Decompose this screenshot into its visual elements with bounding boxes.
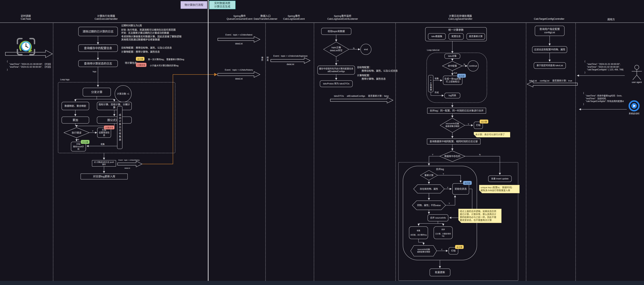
loglist-box: log列表 bbox=[444, 93, 460, 98]
step-push-success-logs: 对 计算成功的日志 push事件 bbox=[92, 160, 116, 167]
step-filter-attrs: 过滤出这些配置中的物、属性 bbox=[532, 46, 567, 53]
merge-srcinfo-box: 合并 sourceInfo bbox=[428, 214, 448, 221]
loop-tskvlist-label: Loop tskvList bbox=[427, 49, 439, 52]
badge-unmatched-2: 未匹配 bbox=[463, 181, 472, 185]
discard-logs-box: 丢弃 已计算、计算异常的log bbox=[434, 226, 452, 239]
event-latest-datalist: dataList bbox=[216, 42, 262, 45]
header-saveevent-en: CalcLogSaveEvent bbox=[267, 18, 321, 20]
exec-error-yes: Y bbox=[92, 130, 94, 132]
play-icon bbox=[629, 101, 639, 111]
legend-realtime-log: 实时数据消费 计算日志生成 bbox=[209, 1, 236, 9]
new-attr-yes: Y bbox=[447, 186, 448, 189]
header-exec-zh: 计算执行处理器 bbox=[79, 14, 133, 18]
step-data-mapping: 数据映射、聚合映射 bbox=[62, 102, 89, 110]
step-metric-calc: 指标计算、高级计算、分摊计算 bbox=[97, 102, 132, 110]
lifeline-1 bbox=[53, 23, 53, 281]
form-label: 形成 bbox=[435, 91, 439, 94]
tskv-object-box: tskv对象 bbox=[444, 54, 460, 59]
note-bad: 坏处: 无法重新计算过期的已计算成功的数据 bbox=[121, 31, 169, 35]
push-event-label: Event：topic = v1/tskv/history bbox=[118, 159, 140, 161]
collect-label: 收集 bbox=[101, 143, 105, 146]
user-agent-icon bbox=[632, 65, 642, 80]
note-target-config: 目标物配置：携带目标物、属性，以及公式信息 bbox=[121, 46, 172, 49]
new-attr-hex-label: 存在新的物、属性 bbox=[414, 188, 444, 190]
success-log-collector: 成功计算日志收集器 bbox=[117, 106, 122, 149]
calc-error-desc: 小于最大可计算次数的异常log bbox=[150, 64, 178, 67]
query-db-box: 查询数据库中相同配置、相同时刻的日志记录 bbox=[427, 139, 480, 144]
user-agent-label: user agent bbox=[628, 81, 644, 84]
controller-pass-label: tskvList configList 是否重新计算：true bbox=[527, 79, 574, 82]
lifeline-3 bbox=[314, 23, 314, 281]
badge-unmatched: 未匹配 bbox=[457, 74, 466, 78]
exec-error-diamond-label: 执行错误 bbox=[66, 131, 87, 134]
header-saveevent-zh: Spring事件 bbox=[267, 14, 321, 18]
event-save-label: Event：topic = v1/tskv/calc/log/save bbox=[268, 55, 313, 58]
mergelog-title: 合并log bbox=[403, 168, 477, 171]
event-history-datalist: dataList bbox=[216, 78, 262, 80]
init-state-box: 初始化状态 bbox=[452, 183, 469, 195]
unified-params-title: 统一计算参数 bbox=[425, 29, 487, 32]
badge-calculated: 已计算 bbox=[81, 140, 90, 144]
note-pending-includes: 待计算包含: bbox=[125, 61, 138, 65]
note-calc-config: 计算物配置：携带计算物、属性信息 bbox=[121, 50, 160, 53]
listener-pass-label: tskvDTOs allEnabledConfigs 是否重新计算：false bbox=[329, 95, 394, 98]
badge-calc-error: 计算异常 bbox=[136, 63, 146, 67]
header-controller: CalcTargetConfigController bbox=[522, 18, 576, 20]
handler-collect-label: 收集 bbox=[435, 77, 439, 80]
exist-no: N bbox=[479, 153, 480, 156]
caller-request-json: { "startTime": "2024-01-01 00:00:00", "e… bbox=[584, 60, 624, 74]
caller-startup-json: { "startTime": 系统中最新log时间 - 5min, "endTi… bbox=[583, 92, 624, 106]
step-update-all-logs: 对全部log更新入库 bbox=[80, 173, 128, 179]
topic-check-no: N bbox=[353, 47, 354, 50]
header-handler-zh: 计算日志存储处理器 bbox=[434, 14, 487, 18]
step-get-enabled-configs: 缓存中获取所有开启计算的配置信息 allEnabledConfigs bbox=[318, 66, 355, 75]
push-datalist-label: dataList bbox=[124, 167, 130, 169]
merge-log-box: 合并log：同一配置、同一时刻的日志对象进行合并 bbox=[427, 108, 486, 114]
batch-update-box: 批量更新 bbox=[430, 268, 450, 276]
loop-logs-label: Loop logs bbox=[60, 78, 70, 81]
end-circle-label: end bbox=[360, 48, 371, 51]
exist-diamond-label: 数据库中存在的 bbox=[440, 155, 464, 158]
event-history-label: Event：topic = v1/tskv/history bbox=[216, 69, 262, 71]
header-calctask-en: CalcTask bbox=[0, 18, 52, 20]
header-caller: 调用方 bbox=[584, 18, 638, 21]
step-query-tskvlist: 基于指定时间查询 tskvList bbox=[534, 62, 566, 69]
hit-config-no: N bbox=[464, 63, 465, 66]
badge-uncalc-2: 未计算 bbox=[455, 245, 464, 249]
forward-label-1: 事件 bbox=[260, 57, 264, 61]
badge-calc-error-2: 计算异常 bbox=[104, 125, 114, 129]
continue-circle-label: continue bbox=[466, 65, 480, 67]
recalc-diamond-label: 重新计算 bbox=[421, 174, 437, 177]
note-uncalc-meaning: 未计算：表示可以进行计算了 bbox=[474, 132, 510, 137]
header-separator bbox=[0, 23, 644, 23]
listener-note-target-2: 携带目标物、属性，以及公式信息 bbox=[362, 69, 398, 72]
param-config-info: 配置信息 bbox=[448, 33, 464, 40]
section-divider bbox=[208, 0, 208, 281]
topic-check-yes: Y bbox=[337, 60, 338, 62]
uncalculated-desc: 第一次计算的log， 需要重新计算的log bbox=[148, 58, 184, 61]
lifeline-4 bbox=[396, 23, 396, 281]
note-unique-key: unique key (配置id， 数据时间) 避免多JVM运行导致重复入库 bbox=[479, 185, 520, 193]
badge-uncalculated: 未计算 bbox=[136, 57, 144, 61]
calc-count-label: 计算次数 +1 bbox=[114, 92, 132, 95]
step-accumulate: 累加 bbox=[62, 117, 89, 124]
param-tskv-dataset: tskv数据集 bbox=[428, 33, 446, 40]
lifeline-6 bbox=[576, 23, 576, 281]
srcinfo2-yes: Y bbox=[441, 248, 442, 251]
note-other: 其他情况就通过数据维护去修复数据 bbox=[121, 38, 160, 41]
logs-label: logs bbox=[88, 70, 96, 73]
badge-uncalc-1: 未计算 bbox=[480, 120, 488, 124]
exist-yes: Y bbox=[432, 153, 433, 156]
header-handler-en: CalcLogSaveHandler bbox=[434, 18, 487, 20]
listener-note-calc-2: 携带计算物、属性信息 bbox=[362, 77, 386, 80]
topic-check-diamond-label: topic正确 dataList非空 bbox=[324, 46, 348, 52]
param-recalc-flag: 是否重新计算 bbox=[466, 33, 485, 40]
step-query-pending-logs: 查询待计算状态的日志 bbox=[78, 60, 118, 67]
recalc-yes: Y bbox=[443, 173, 444, 175]
srcinfo2-hex-label: sourceInfo完备 或者是聚合映射 bbox=[410, 248, 437, 253]
hit-config-true: true bbox=[454, 72, 457, 74]
note-merge-logic: 经过上面的合并逻辑，如果状态仍然 是已计算、计算异常，那么其再次计 算的结果也必… bbox=[458, 209, 502, 223]
srcinfo-diamond-label: sourceInfo完备 或者是聚合映射 bbox=[440, 122, 465, 127]
note-expire: 过期时间默认为1周 bbox=[121, 24, 142, 27]
collect-logs-box: 收集 未匹配、未计算的log bbox=[409, 226, 428, 239]
